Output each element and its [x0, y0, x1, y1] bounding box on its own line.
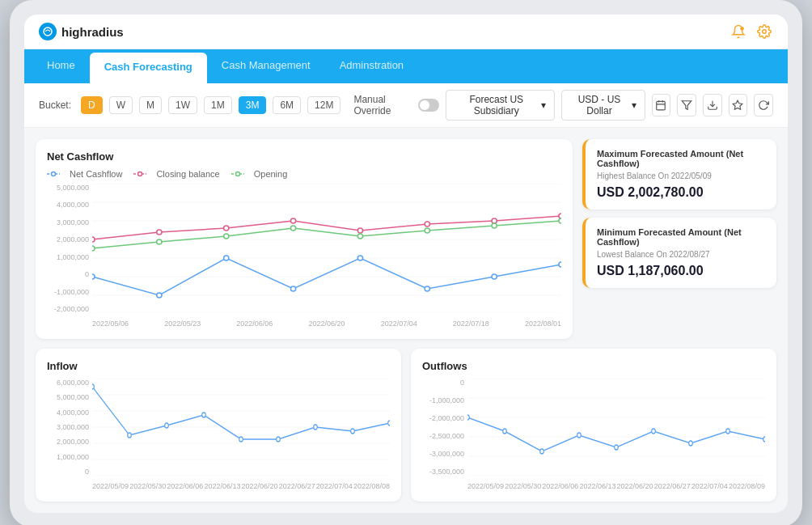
- svg-marker-7: [682, 101, 691, 110]
- svg-point-2: [763, 30, 767, 34]
- svg-point-13: [138, 172, 142, 176]
- svg-point-47: [559, 218, 561, 223]
- calendar-icon-btn[interactable]: [652, 94, 671, 116]
- svg-point-15: [235, 172, 239, 176]
- bucket-12M[interactable]: 12M: [307, 96, 340, 114]
- stats-column: Maximum Forecasted Amount (Net Cashflow)…: [582, 139, 776, 339]
- forecast-dropdown[interactable]: Forecast US Subsidiary ▾: [446, 90, 555, 121]
- net-cashflow-card: Net Cashflow Net Cashflow Closing balanc…: [36, 139, 573, 339]
- logo: highradius: [39, 23, 124, 40]
- filter-icon-btn[interactable]: [677, 94, 696, 116]
- currency-dropdown[interactable]: USD - US Dollar ▾: [561, 90, 645, 121]
- top-icons: [730, 23, 773, 40]
- nav-cash-management[interactable]: Cash Management: [207, 49, 325, 83]
- svg-point-40: [92, 246, 95, 251]
- manual-override-pill[interactable]: [418, 99, 439, 112]
- inflow-title: Inflow: [47, 360, 390, 372]
- bucket-W[interactable]: W: [109, 96, 133, 114]
- svg-point-43: [290, 226, 295, 231]
- inflow-card: Inflow 6,000,000 5,000,000 4,000,000 3,0…: [36, 349, 401, 502]
- svg-rect-3: [657, 101, 666, 109]
- nav-bar: Home Cash Forecasting Cash Management Ad…: [24, 49, 788, 83]
- svg-point-58: [202, 413, 206, 417]
- nav-home[interactable]: Home: [32, 49, 90, 83]
- svg-point-41: [157, 239, 162, 244]
- svg-point-29: [425, 286, 429, 291]
- svg-point-30: [492, 274, 497, 279]
- svg-point-25: [157, 293, 162, 298]
- max-forecast-sub: Highest Balance On 2022/05/09: [597, 171, 765, 180]
- logo-icon: [39, 23, 57, 40]
- bucket-6M[interactable]: 6M: [273, 96, 301, 114]
- bucket-D[interactable]: D: [81, 96, 103, 114]
- min-forecast-card: Minimum Forecasted Amount (Net Cashflow)…: [582, 218, 776, 288]
- toolbar: Bucket: D W M 1W 1M 3M 6M 12M Manual Ove…: [24, 83, 788, 128]
- svg-point-75: [652, 429, 656, 434]
- svg-point-78: [763, 437, 765, 442]
- net-cashflow-title: Net Cashflow: [47, 150, 561, 163]
- min-forecast-value: USD 1,187,060.00: [597, 264, 765, 278]
- max-forecast-card: Maximum Forecasted Amount (Net Cashflow)…: [582, 139, 776, 210]
- svg-point-56: [128, 433, 132, 438]
- svg-point-76: [689, 441, 693, 446]
- main-content: Net Cashflow Net Cashflow Closing balanc…: [24, 128, 788, 513]
- bell-icon[interactable]: [730, 23, 747, 40]
- svg-point-74: [615, 445, 619, 450]
- chart-legend: Net Cashflow Closing balance Opening: [47, 169, 561, 179]
- svg-point-70: [467, 415, 469, 420]
- legend-opening: Opening: [231, 169, 288, 179]
- bucket-label: Bucket:: [39, 99, 71, 111]
- svg-point-46: [492, 223, 497, 228]
- svg-point-34: [224, 226, 229, 231]
- svg-point-36: [357, 228, 362, 233]
- refresh-icon-btn[interactable]: [754, 94, 773, 116]
- svg-point-39: [559, 214, 561, 218]
- manual-override-toggle: Manual Override: [353, 94, 439, 116]
- svg-point-77: [726, 429, 730, 434]
- manual-override-label: Manual Override: [353, 94, 412, 116]
- bucket-M[interactable]: M: [139, 96, 162, 114]
- svg-point-71: [503, 429, 507, 434]
- bucket-3M[interactable]: 3M: [239, 96, 267, 114]
- svg-point-24: [92, 274, 95, 279]
- max-forecast-value: USD 2,002,780.00: [597, 185, 765, 200]
- svg-point-26: [224, 256, 229, 260]
- logo-text: highradius: [61, 25, 124, 39]
- svg-point-28: [357, 256, 362, 260]
- svg-point-44: [357, 234, 362, 239]
- min-forecast-sub: Lowest Balance On 2022/08/27: [597, 250, 765, 259]
- svg-point-32: [92, 237, 95, 242]
- nav-administration[interactable]: Adminstration: [325, 49, 418, 83]
- svg-point-61: [314, 425, 318, 430]
- svg-point-1: [740, 27, 744, 31]
- svg-point-45: [425, 228, 429, 233]
- svg-point-60: [277, 437, 281, 442]
- download-icon-btn[interactable]: [703, 94, 722, 116]
- legend-net-cashflow: Net Cashflow: [47, 169, 122, 179]
- min-forecast-label: Minimum Forecasted Amount (Net Cashflow): [597, 227, 765, 247]
- svg-point-11: [52, 172, 56, 176]
- svg-point-27: [290, 286, 295, 291]
- svg-point-73: [577, 433, 582, 438]
- outflows-title: Outflows: [422, 360, 765, 372]
- svg-point-0: [44, 28, 52, 36]
- nav-cash-forecasting[interactable]: Cash Forecasting: [90, 53, 207, 83]
- svg-point-37: [425, 222, 429, 227]
- settings-icon[interactable]: [755, 23, 773, 40]
- device-frame: highradius H: [10, 0, 802, 525]
- bucket-1W[interactable]: 1W: [168, 96, 197, 114]
- star-icon-btn[interactable]: [729, 94, 748, 116]
- svg-point-38: [492, 218, 497, 223]
- svg-point-33: [157, 230, 162, 235]
- max-forecast-label: Maximum Forecasted Amount (Net Cashflow): [597, 149, 765, 168]
- svg-point-35: [290, 218, 295, 223]
- svg-point-42: [224, 234, 229, 239]
- bucket-1M[interactable]: 1M: [204, 96, 232, 114]
- app-window: highradius H: [24, 15, 788, 513]
- top-bar: highradius: [24, 15, 788, 49]
- bottom-row: Inflow 6,000,000 5,000,000 4,000,000 3,0…: [36, 349, 776, 502]
- svg-point-72: [540, 449, 544, 454]
- svg-point-59: [239, 437, 243, 442]
- legend-closing-balance: Closing balance: [133, 169, 219, 179]
- chevron-down-icon: ▾: [541, 99, 546, 111]
